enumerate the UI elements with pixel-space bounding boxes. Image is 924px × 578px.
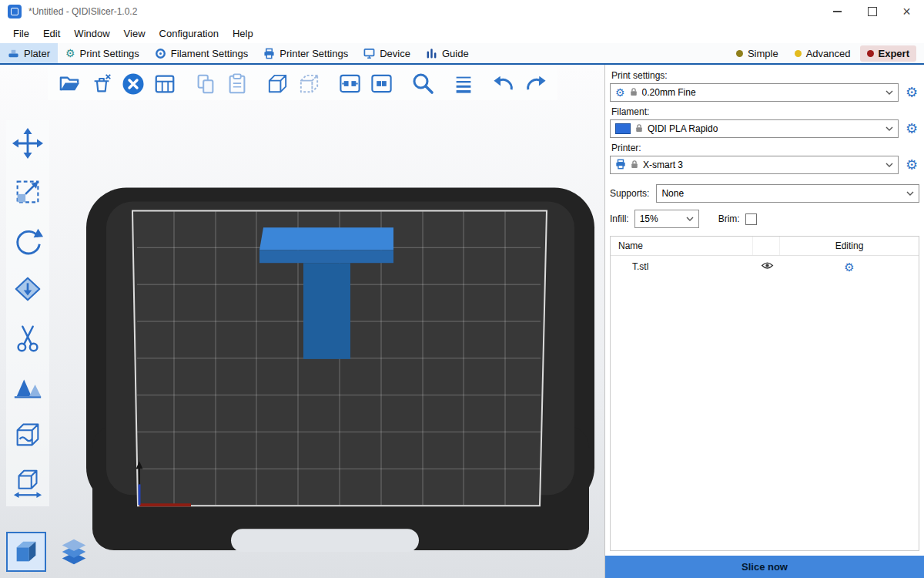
advanced-mode-dot-icon: [795, 50, 802, 57]
scale-icon: [12, 176, 44, 208]
tab-plater[interactable]: Plater: [0, 43, 58, 63]
printer-combo[interactable]: X-smart 3: [610, 156, 899, 174]
move-tool-button[interactable]: [9, 125, 46, 162]
seam-painting-tool-button[interactable]: [9, 416, 46, 453]
menu-configuration[interactable]: Configuration: [152, 28, 226, 39]
tab-printer-settings[interactable]: Printer Settings: [256, 43, 356, 63]
search-button[interactable]: [410, 71, 435, 96]
print-settings-gear-button[interactable]: [904, 84, 919, 101]
remove-instance-cube-icon: [297, 72, 321, 96]
menubar: File Edit Window View Configuration Help: [0, 23, 924, 43]
mode-simple[interactable]: Simple: [729, 45, 785, 62]
view-toggles: [6, 532, 94, 572]
object-row[interactable]: T.stl: [611, 256, 919, 277]
print-profile-gear-icon: [615, 87, 625, 98]
menu-edit[interactable]: Edit: [36, 28, 67, 39]
device-icon: [363, 48, 375, 59]
3d-viewport[interactable]: [0, 65, 604, 578]
supports-combo[interactable]: None: [656, 184, 919, 203]
supports-label: Supports:: [610, 188, 649, 199]
object-name[interactable]: T.stl: [611, 256, 754, 277]
object-list-header: Name Editing: [611, 237, 919, 256]
arrange-button[interactable]: [152, 71, 177, 96]
printer-icon: [615, 159, 626, 172]
tab-print-settings[interactable]: Print Settings: [58, 43, 147, 63]
minimize-icon: [833, 11, 842, 12]
lock-icon: [630, 87, 638, 99]
close-button[interactable]: [889, 0, 924, 23]
arrange-icon: [153, 72, 176, 96]
remove-instance-button[interactable]: [296, 71, 322, 96]
move-icon: [11, 126, 45, 160]
tab-device[interactable]: Device: [356, 43, 418, 63]
maximize-button[interactable]: [855, 0, 889, 23]
rotate-tool-button[interactable]: [9, 222, 46, 259]
paste-button[interactable]: [224, 71, 249, 96]
simple-mode-dot-icon: [736, 50, 743, 57]
plater-icon: [8, 48, 19, 59]
split-to-objects-icon: [338, 72, 362, 96]
filament-label: Filament:: [611, 106, 918, 117]
object-editing-icon[interactable]: [844, 261, 854, 273]
filament-combo[interactable]: QIDI PLA Rapido: [610, 119, 899, 138]
print-settings-combo[interactable]: 0.20mm Fine: [610, 83, 899, 102]
cut-tool-button[interactable]: [9, 319, 46, 356]
close-icon: [902, 5, 911, 18]
printer-label: Printer:: [611, 143, 918, 153]
app-logo-icon: [8, 5, 22, 18]
brim-checkbox[interactable]: [745, 213, 757, 225]
preview-view-button[interactable]: [54, 532, 94, 572]
slice-now-button[interactable]: Slice now: [605, 556, 924, 578]
column-header-editing: Editing: [780, 237, 919, 255]
split-to-objects-button[interactable]: [337, 71, 363, 96]
copy-button[interactable]: [192, 71, 218, 96]
mode-expert[interactable]: Expert: [860, 45, 916, 62]
open-folder-icon: [58, 72, 82, 96]
menu-file[interactable]: File: [6, 28, 36, 39]
menu-window[interactable]: Window: [67, 28, 116, 39]
mode-label: Simple: [748, 48, 778, 59]
printer-gear-button[interactable]: [904, 156, 919, 173]
undo-button[interactable]: [491, 71, 517, 96]
place-on-face-tool-button[interactable]: [9, 271, 46, 307]
place-on-face-icon: [12, 273, 44, 305]
redo-button[interactable]: [523, 71, 548, 96]
paint-supports-tool-button[interactable]: [9, 368, 46, 405]
delete-button[interactable]: [89, 71, 114, 96]
filament-settings-icon: [155, 48, 166, 59]
menu-help[interactable]: Help: [226, 28, 260, 39]
chevron-down-icon: [882, 90, 893, 95]
column-header-name[interactable]: Name: [611, 237, 752, 255]
eye-icon[interactable]: [761, 261, 774, 272]
supports-value: None: [661, 188, 684, 199]
minimize-button[interactable]: [820, 0, 855, 23]
titlebar: *Untitled - QIDISlicer-1.0.2: [0, 0, 924, 23]
3d-editor-view-button[interactable]: [6, 532, 46, 572]
window-controls: [820, 0, 924, 23]
tab-filament-settings[interactable]: Filament Settings: [147, 43, 256, 63]
lock-icon: [635, 123, 643, 135]
mode-advanced[interactable]: Advanced: [788, 45, 858, 62]
chevron-down-icon: [683, 217, 694, 221]
menu-view[interactable]: View: [117, 28, 152, 39]
delete-all-button[interactable]: [120, 71, 146, 96]
split-to-parts-button[interactable]: [369, 71, 394, 96]
filament-gear-button[interactable]: [904, 120, 919, 137]
tabbar: Plater Print Settings Filament Settings …: [0, 43, 924, 65]
printer-value: X-smart 3: [643, 160, 683, 170]
scissors-icon: [12, 321, 44, 354]
supports-row: Supports: None: [610, 184, 919, 203]
tab-guide[interactable]: Guide: [418, 43, 477, 63]
chevron-down-icon: [903, 191, 914, 196]
add-instance-button[interactable]: [265, 71, 290, 96]
infill-label: Infill:: [610, 213, 629, 224]
infill-value: 15%: [640, 213, 658, 224]
open-project-button[interactable]: [57, 71, 82, 96]
measure-tool-button[interactable]: [9, 465, 46, 502]
print-settings-icon: [65, 48, 75, 59]
undo-icon: [492, 72, 516, 96]
variable-layer-height-button[interactable]: [450, 71, 476, 96]
infill-combo[interactable]: 15%: [634, 210, 699, 228]
qidislicer-window: *Untitled - QIDISlicer-1.0.2 File Edit W…: [0, 0, 924, 578]
scale-tool-button[interactable]: [9, 173, 46, 210]
